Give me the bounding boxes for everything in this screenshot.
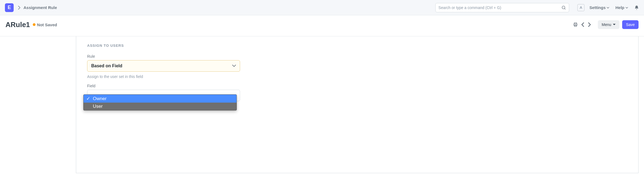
prev-icon[interactable] [579, 21, 586, 28]
help-menu[interactable]: Help [615, 5, 628, 10]
page-title: ARule1 [5, 21, 30, 29]
body: ASSIGN TO USERS Rule Based on Field Assi… [0, 36, 644, 173]
app-logo[interactable]: E [5, 3, 14, 12]
form-card: ASSIGN TO USERS Rule Based on Field Assi… [76, 36, 639, 173]
rule-select-value: Based on Field [91, 63, 122, 68]
search-container [435, 3, 569, 12]
avatar[interactable]: A [577, 4, 584, 11]
notifications-icon[interactable] [634, 5, 639, 10]
status-indicator-icon [33, 23, 36, 26]
print-icon[interactable] [572, 21, 579, 28]
menu-button-label: Menu [602, 22, 611, 27]
settings-menu[interactable]: Settings [589, 5, 609, 10]
search-icon[interactable] [561, 5, 566, 10]
save-button[interactable]: Save [622, 20, 639, 29]
chevron-down-icon [232, 65, 236, 67]
caret-down-icon [613, 24, 616, 26]
breadcrumb[interactable]: Assignment Rule [23, 5, 57, 10]
menu-button[interactable]: Menu [598, 20, 619, 29]
left-sidebar [0, 36, 76, 173]
field-label: Field [87, 84, 240, 88]
field-option-label: Owner [93, 96, 107, 101]
settings-label: Settings [589, 5, 605, 10]
help-label: Help [615, 5, 624, 10]
chevron-right-icon [18, 6, 21, 10]
caret-down-icon [607, 7, 609, 9]
rule-field: Rule Based on Field Assign to the user s… [76, 54, 251, 84]
rule-help-text: Assign to the user set in this field [87, 74, 240, 79]
field-option[interactable]: ✓Owner [84, 95, 237, 103]
field-option[interactable]: User [84, 103, 237, 110]
section-title: ASSIGN TO USERS [76, 43, 638, 54]
status-text: Not Saved [37, 22, 57, 27]
header-icon-group [572, 21, 593, 28]
search-input[interactable] [438, 5, 561, 10]
field-option-label: User [93, 104, 103, 109]
rule-label: Rule [87, 54, 240, 59]
field-dropdown-popup: ✓OwnerUser [83, 94, 237, 111]
navbar: E Assignment Rule A Settings Help [0, 0, 644, 15]
next-icon[interactable] [586, 21, 593, 28]
rule-select[interactable]: Based on Field [87, 60, 240, 72]
check-icon: ✓ [86, 96, 90, 101]
page-header: ARule1 Not Saved Menu Save [0, 15, 644, 36]
caret-down-icon [625, 7, 628, 9]
